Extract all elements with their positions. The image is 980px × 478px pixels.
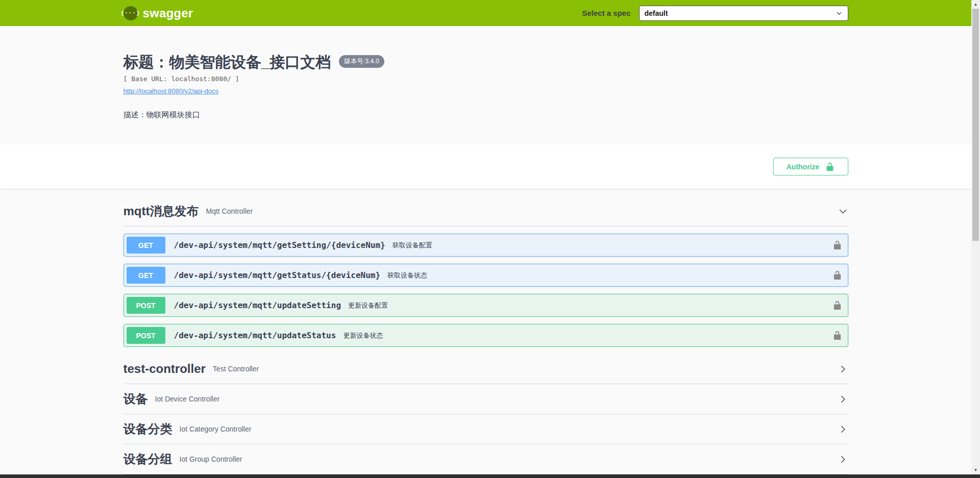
tag-name: test-controller <box>124 362 206 376</box>
operation-path: /dev-api/system/mqtt/updateStatus <box>174 331 336 340</box>
method-badge: GET <box>127 237 165 254</box>
operation-path: /dev-api/system/mqtt/getSetting/{deviceN… <box>174 240 385 250</box>
version-badge: 版本号:3.4.0 <box>339 55 384 68</box>
operation-summary: 更新设备配置 <box>348 301 388 310</box>
authorize-button[interactable]: Authorize <box>773 158 848 175</box>
tag-header[interactable]: 设备分类 Iot Category Controller <box>124 414 848 444</box>
base-url: [ Base URL: localhost:8080/ ] <box>124 75 848 83</box>
tag-name: mqtt消息发布 <box>124 204 199 218</box>
tag-section: 设备 Iot Device Controller <box>124 384 848 414</box>
chevron-right-icon[interactable] <box>838 394 848 405</box>
scrollbar[interactable]: ▲ ▼ <box>971 0 980 478</box>
page-title: 标题：物美智能设备_接口文档 <box>124 54 331 70</box>
operation-row[interactable]: POST /dev-api/system/mqtt/updateStatus 更… <box>124 324 848 347</box>
topbar: {···} swagger Select a spec default <box>0 0 971 26</box>
method-badge: POST <box>127 297 165 314</box>
tag-header[interactable]: 设备分组 Iot Group Controller <box>124 444 848 474</box>
operation-summary: 更新设备状态 <box>343 331 383 340</box>
lock-icon[interactable] <box>832 270 842 280</box>
scheme-container: Authorize <box>0 144 971 189</box>
tag-name: 设备分类 <box>124 422 173 436</box>
spec-select[interactable]: default <box>639 6 848 21</box>
swagger-logo[interactable]: {···} swagger <box>124 6 193 20</box>
operation-row[interactable]: GET /dev-api/system/mqtt/getSetting/{dev… <box>124 234 848 257</box>
tag-name: 设备 <box>124 392 148 406</box>
tag-section: 设备分类 Iot Category Controller <box>124 414 848 444</box>
spec-select-group: Select a spec default <box>582 6 848 21</box>
window-bottom-edge <box>0 474 980 478</box>
tag-section: 设备分组 Iot Group Controller <box>124 444 848 474</box>
api-tags-list: mqtt消息发布 Mqtt Controller GET /dev-api/sy… <box>113 196 859 474</box>
scrollbar-up-arrow[interactable]: ▲ <box>971 1 980 8</box>
title-row: 标题：物美智能设备_接口文档 版本号:3.4.0 <box>124 54 848 70</box>
operation-path: /dev-api/system/mqtt/getStatus/{deviceNu… <box>174 270 381 280</box>
swagger-logo-text: swagger <box>143 6 193 20</box>
unlock-icon <box>825 162 835 171</box>
swagger-logo-icon: {···} <box>124 6 138 20</box>
swagger-ui-page: {···} swagger Select a spec default 标题：物… <box>0 0 971 478</box>
tag-operations: GET /dev-api/system/mqtt/getSetting/{dev… <box>124 234 848 347</box>
authorize-button-label: Authorize <box>787 163 820 171</box>
chevron-right-icon[interactable] <box>838 424 848 435</box>
tag-header[interactable]: mqtt消息发布 Mqtt Controller <box>124 196 848 227</box>
chevron-down-icon <box>836 10 843 17</box>
tag-controller-label: Iot Device Controller <box>155 395 220 403</box>
tag-controller-label: Mqtt Controller <box>206 207 253 215</box>
operation-path: /dev-api/system/mqtt/updateSetting <box>174 300 341 310</box>
api-description: 描述：物联网模块接口 <box>124 110 848 120</box>
method-badge: GET <box>127 267 165 284</box>
tag-controller-label: Iot Group Controller <box>180 455 242 463</box>
api-tags-section: mqtt消息发布 Mqtt Controller GET /dev-api/sy… <box>0 189 971 474</box>
chevron-right-icon[interactable] <box>838 364 848 374</box>
chevron-down-icon[interactable] <box>838 206 848 217</box>
tag-controller-label: Iot Category Controller <box>180 425 252 433</box>
tag-header[interactable]: 设备 Iot Device Controller <box>124 384 848 414</box>
tag-header[interactable]: test-controller Test Controller <box>124 354 848 384</box>
tag-section: test-controller Test Controller <box>124 354 848 384</box>
api-docs-link[interactable]: http://localhost:8080/v2/api-docs <box>124 87 218 95</box>
method-badge: POST <box>127 327 165 344</box>
operation-summary: 获取设备状态 <box>387 271 427 280</box>
scrollbar-down-arrow[interactable]: ▼ <box>971 466 980 474</box>
select-spec-label: Select a spec <box>582 9 630 17</box>
chevron-right-icon[interactable] <box>838 454 848 465</box>
tag-section: mqtt消息发布 Mqtt Controller GET /dev-api/sy… <box>124 196 848 347</box>
spec-select-value: default <box>645 9 668 17</box>
tag-controller-label: Test Controller <box>213 365 259 373</box>
operation-row[interactable]: POST /dev-api/system/mqtt/updateSetting … <box>124 294 848 317</box>
scrollbar-thumb[interactable] <box>972 9 979 241</box>
lock-icon[interactable] <box>832 300 842 310</box>
api-info-section: 标题：物美智能设备_接口文档 版本号:3.4.0 [ Base URL: loc… <box>0 26 971 144</box>
operation-summary: 获取设备配置 <box>393 241 432 250</box>
lock-icon[interactable] <box>832 240 842 250</box>
lock-icon[interactable] <box>832 331 842 340</box>
tag-name: 设备分组 <box>124 452 173 466</box>
operation-row[interactable]: GET /dev-api/system/mqtt/getStatus/{devi… <box>124 264 848 287</box>
